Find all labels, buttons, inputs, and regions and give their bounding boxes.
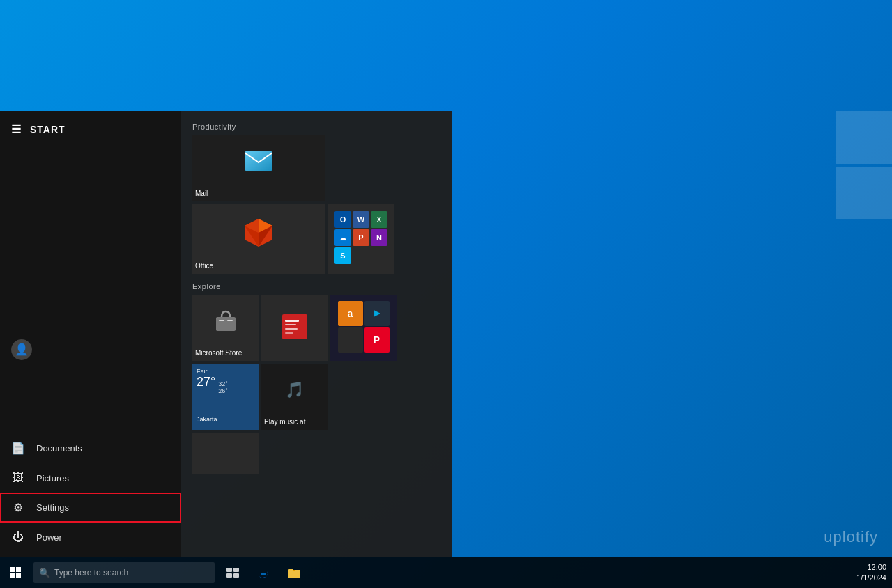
- tile-office-apps[interactable]: O W X ☁: [328, 204, 394, 274]
- svg-rect-20: [226, 573, 232, 578]
- start-tiles: Productivity: [181, 111, 452, 557]
- store-tile-label: Microsoft Store: [192, 348, 259, 358]
- start-windows-icon: [10, 567, 21, 578]
- svg-rect-9: [282, 314, 307, 339]
- search-input[interactable]: [54, 568, 194, 578]
- documents-icon: 📄: [11, 442, 25, 455]
- tile-mail[interactable]: Mail: [192, 135, 325, 201]
- explore-label: Explore: [192, 277, 440, 295]
- tile-weather[interactable]: Fair 27° 32°26° Jakarta: [192, 364, 259, 430]
- skype-icon: S: [334, 247, 351, 264]
- amazon-icon: a: [338, 301, 363, 326]
- word-icon: W: [353, 211, 369, 228]
- onenote-icon: N: [371, 229, 387, 246]
- svg-rect-10: [285, 320, 299, 322]
- tray-time: 12:00 1/1/2024: [856, 562, 886, 584]
- sidebar-item-documents[interactable]: 📄 Documents: [0, 433, 181, 463]
- svg-rect-12: [285, 328, 298, 330]
- office-apps-grid: O W X ☁: [330, 207, 391, 268]
- outlook-icon: O: [334, 211, 351, 228]
- svg-rect-15: [16, 567, 21, 572]
- tray-date: 1/1/2024: [856, 573, 886, 583]
- tiles-row-mail: Mail: [192, 135, 440, 201]
- news-icon-area: [261, 295, 328, 358]
- music-icon-area: 🎵: [261, 364, 328, 417]
- office-icon: [242, 216, 275, 249]
- svg-rect-18: [226, 568, 232, 572]
- svg-rect-6: [216, 317, 236, 331]
- tile-amazon[interactable]: a ▶ P: [330, 295, 397, 361]
- mail-icon-area: [192, 135, 325, 188]
- sidebar-item-power[interactable]: ⏻ Power: [0, 523, 181, 552]
- svg-rect-16: [10, 573, 15, 578]
- tile-microsoft-store[interactable]: Microsoft Store: [192, 295, 259, 361]
- prime-video-icon: ▶: [364, 301, 390, 326]
- onedrive-icon: ☁: [334, 229, 351, 246]
- pinterest-icon: P: [364, 327, 390, 353]
- pictures-icon: 🖼: [11, 472, 25, 484]
- tiles-row-explore1: Microsoft Store: [192, 295, 440, 361]
- file-explorer-button[interactable]: [279, 557, 309, 588]
- office-icon-area: [192, 204, 325, 261]
- taskview-icon: [226, 568, 239, 578]
- office-tile-label: Office: [192, 261, 325, 271]
- svg-rect-0: [245, 151, 272, 171]
- edge-button[interactable]: [248, 557, 279, 588]
- svg-point-22: [261, 573, 266, 575]
- taskbar-tray: 12:00 1/1/2024: [856, 557, 892, 588]
- mail-tile-label: Mail: [192, 188, 325, 199]
- weather-condition: Fair: [197, 368, 254, 375]
- tile-partial-1[interactable]: [192, 433, 259, 474]
- start-sidebar: ☰ START 👤 📄 Documents 🖼 Pictures ⚙: [0, 111, 181, 557]
- tiles-row-office: Office O W: [192, 204, 440, 274]
- tile-office[interactable]: Office: [192, 204, 325, 274]
- tile-empty-middle[interactable]: [261, 295, 328, 361]
- start-nav-items: 📄 Documents 🖼 Pictures ⚙ Settings ⏻ Powe…: [0, 369, 181, 558]
- music-icon: 🎵: [285, 381, 304, 399]
- productivity-label: Productivity: [192, 117, 440, 135]
- taskbar: 🔍: [0, 557, 892, 588]
- tiles-row-bottom: [192, 433, 440, 474]
- start-button[interactable]: [0, 557, 31, 588]
- power-label: Power: [36, 532, 62, 543]
- edge-icon: [257, 566, 270, 579]
- svg-rect-19: [233, 568, 239, 572]
- tile-music[interactable]: 🎵 Play music at: [261, 364, 328, 430]
- desktop: uplotify ☰ START 👤 📄 Documents 🖼: [0, 0, 892, 588]
- msn-news-icon: [282, 314, 307, 339]
- sidebar-item-pictures[interactable]: 🖼 Pictures: [0, 463, 181, 493]
- svg-rect-7: [219, 320, 224, 321]
- amazon-grid: a ▶ P: [335, 298, 392, 355]
- weather-temp: 27°: [197, 375, 215, 389]
- documents-label: Documents: [36, 443, 82, 454]
- settings-icon: ⚙: [11, 501, 25, 514]
- start-title: START: [30, 124, 66, 135]
- svg-rect-13: [285, 332, 293, 334]
- pictures-label: Pictures: [36, 473, 69, 483]
- excel-icon: X: [371, 211, 387, 228]
- sidebar-item-settings[interactable]: ⚙ Settings: [0, 493, 181, 523]
- tiles-row-explore2: Fair 27° 32°26° Jakarta 🎵: [192, 364, 440, 430]
- svg-rect-21: [233, 573, 239, 578]
- start-menu: ☰ START 👤 📄 Documents 🖼 Pictures ⚙: [0, 111, 452, 557]
- uplotify-watermark: uplotify: [824, 528, 878, 546]
- music-tile-label: Play music at: [261, 417, 328, 427]
- svg-rect-14: [10, 567, 15, 572]
- user-avatar: 👤: [11, 339, 32, 360]
- mail-icon: [245, 151, 272, 172]
- weather-content: Fair 27° 32°26° Jakarta: [192, 364, 259, 427]
- start-user[interactable]: 👤: [0, 331, 181, 369]
- start-header: ☰ START: [0, 111, 181, 147]
- svg-rect-24: [288, 569, 293, 571]
- windows-watermark: [836, 111, 892, 223]
- taskbar-search[interactable]: 🔍: [33, 562, 215, 583]
- store-icon-area: [192, 295, 259, 348]
- powerpoint-icon: P: [353, 229, 369, 246]
- taskview-button[interactable]: [217, 557, 248, 588]
- svg-rect-8: [227, 320, 233, 321]
- tray-clock: 12:00: [856, 562, 886, 573]
- office-apps-container: O W X ☁: [328, 204, 394, 271]
- weather-temp-range: 32°26°: [218, 380, 228, 394]
- hamburger-icon[interactable]: ☰: [11, 123, 22, 136]
- svg-rect-11: [285, 324, 296, 325]
